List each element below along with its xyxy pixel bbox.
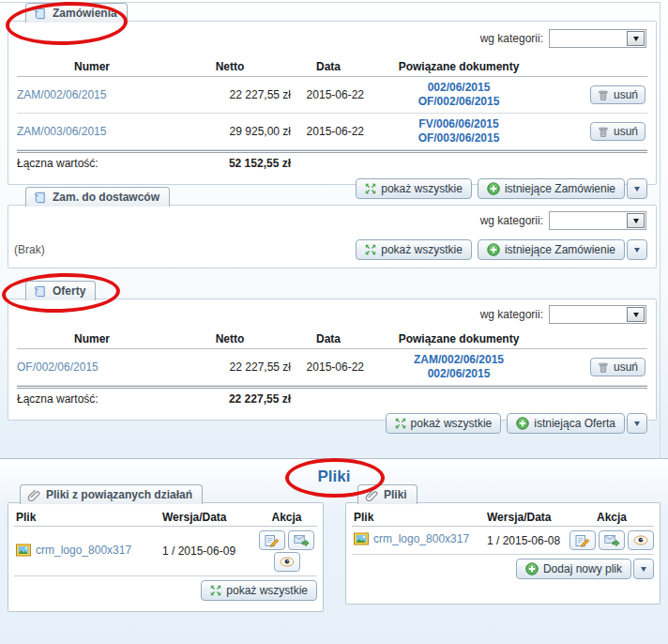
column-header-data: Data [293, 60, 364, 73]
expand-arrows-icon [395, 418, 406, 429]
trash-icon [598, 361, 609, 374]
edit-file-button[interactable] [569, 530, 596, 550]
chevron-down-icon [633, 313, 639, 320]
table-row: ZAM/002/06/2015 22 227,55 zł 2015-06-22 … [17, 77, 647, 114]
netto-value: 22 227,55 zł [167, 88, 293, 101]
image-file-icon [16, 544, 31, 557]
paperclip-icon [27, 488, 40, 501]
chevron-down-icon [633, 37, 639, 44]
plus-circle-icon [487, 182, 500, 195]
related-files-panel: Pliki z powiązanych działań Plik Wersja/… [8, 502, 324, 612]
existing-offer-label: istniejąca Oferta [534, 417, 615, 430]
show-all-button[interactable]: pokaż wszystkie [386, 413, 502, 434]
orders-category-select[interactable] [549, 29, 646, 48]
existing-offer-dropdown-toggle[interactable] [627, 413, 647, 434]
documents-area: Zamówienia wg kategorii: Numer Netto Dat… [0, 0, 668, 459]
column-header-akcja: Akcja [569, 511, 654, 524]
add-file-button[interactable]: Dodaj nowy plik [516, 559, 631, 579]
plus-circle-icon [525, 562, 539, 575]
total-value: 52 152,55 zł [167, 157, 293, 170]
orders-table: Numer Netto Data Powiązane dokumenty ZAM… [17, 57, 647, 174]
show-all-label: pokaż wszystkie [226, 584, 308, 597]
select-arrow-button[interactable] [627, 31, 645, 46]
column-header-netto: Netto [167, 60, 293, 73]
category-filter-label: wg kategorii: [480, 32, 543, 45]
column-header-netto: Netto [167, 332, 293, 345]
related-doc-link[interactable]: OF/003/06/2015 [364, 131, 554, 146]
files-legend-label: Pliki [384, 488, 407, 501]
date-value: 2015-06-22 [293, 125, 364, 138]
delete-button-label: usuń [614, 88, 638, 101]
select-value [550, 212, 626, 229]
chevron-down-icon [634, 422, 640, 429]
existing-order-button[interactable]: istniejące Zamówienie [478, 239, 625, 260]
file-name-link[interactable]: crm_logo_800x317 [16, 544, 131, 557]
total-label: Łączna wartość: [17, 157, 167, 170]
netto-value: 22 227,55 zł [167, 360, 293, 374]
offers-legend-label: Oferty [53, 284, 85, 298]
chevron-down-icon [641, 567, 646, 575]
add-file-dropdown-toggle[interactable] [633, 559, 654, 579]
send-file-button[interactable] [599, 530, 625, 550]
order-number-link[interactable]: ZAM/002/06/2015 [17, 88, 167, 101]
show-all-label: pokaż wszystkie [411, 417, 493, 430]
show-all-button[interactable]: pokaż wszystkie [356, 239, 472, 260]
plus-circle-icon [516, 417, 529, 430]
existing-order-dropdown-toggle[interactable] [627, 239, 647, 260]
eye-icon [633, 535, 648, 545]
delete-button[interactable]: usuń [590, 85, 645, 104]
column-header-data: Data [293, 332, 364, 345]
column-header-numer: Numer [17, 332, 167, 345]
existing-order-dropdown-toggle[interactable] [627, 178, 647, 199]
related-doc-link[interactable]: 002/06/2015 [364, 81, 554, 95]
page: Zamówienia wg kategorii: Numer Netto Dat… [0, 0, 668, 644]
version-date-value: 1 / 2015-06-08 [487, 534, 569, 547]
column-header-docs: Powiązane dokumenty [364, 332, 554, 345]
files-legend: Pliki [357, 484, 418, 504]
orders-legend-label: Zamówienia [53, 7, 117, 20]
trash-icon [598, 126, 609, 138]
related-doc-link[interactable]: FV/006/06/2015 [364, 117, 554, 131]
select-value [550, 30, 626, 47]
order-number-link[interactable]: ZAM/003/06/2015 [17, 125, 167, 138]
existing-order-button[interactable]: istniejące Zamówienie [478, 178, 625, 199]
column-header-plik: Plik [352, 511, 487, 524]
edit-icon [575, 534, 590, 547]
show-all-button[interactable]: pokaż wszystkie [356, 178, 472, 199]
column-header-plik: Plik [14, 511, 162, 524]
table-row: OF/002/06/2015 22 227,55 zł 2015-06-22 Z… [17, 349, 647, 386]
related-files-legend-label: Pliki z powiązanych działań [46, 488, 192, 501]
supplier-category-select[interactable] [549, 211, 646, 230]
select-arrow-button[interactable] [627, 213, 645, 228]
chevron-down-icon [634, 248, 640, 255]
related-doc-link[interactable]: OF/002/06/2015 [364, 95, 554, 109]
delete-button-label: usuń [614, 360, 638, 374]
delete-button-label: usuń [614, 125, 638, 138]
delete-button[interactable]: usuń [590, 122, 645, 141]
offers-category-select[interactable] [549, 305, 646, 324]
existing-order-label: istniejące Zamówienie [505, 182, 615, 195]
preview-file-button[interactable] [628, 530, 654, 550]
offer-number-link[interactable]: OF/002/06/2015 [17, 360, 167, 374]
preview-file-button[interactable] [274, 552, 300, 572]
edit-file-button[interactable] [259, 530, 285, 550]
chevron-down-icon [633, 219, 639, 226]
delete-button[interactable]: usuń [590, 358, 645, 376]
files-area: Pliki Pliki z powiązanych działań Plik W… [0, 459, 668, 644]
table-row: crm_logo_800x317 1 / 2015-06-09 [14, 527, 317, 576]
column-header-akcja: Akcja [256, 511, 317, 524]
column-header-wersja: Wersja/Data [162, 511, 256, 524]
existing-offer-button[interactable]: istniejąca Oferta [507, 413, 625, 434]
related-doc-link[interactable]: 002/06/2015 [364, 367, 554, 381]
show-all-button[interactable]: pokaż wszystkie [201, 580, 317, 601]
scroll-document-icon [33, 7, 47, 21]
supplier-orders-legend: Zam. do dostawców [25, 187, 170, 207]
image-file-icon [354, 532, 369, 545]
file-name-link[interactable]: crm_logo_800x317 [354, 532, 469, 545]
column-header-numer: Numer [17, 60, 167, 73]
select-arrow-button[interactable] [627, 307, 645, 322]
total-value: 22 227,55 zł [167, 392, 293, 406]
table-row: crm_logo_800x317 1 / 2015-06-08 [352, 527, 654, 555]
related-doc-link[interactable]: ZAM/002/06/2015 [364, 353, 554, 367]
send-file-button[interactable] [288, 530, 314, 550]
